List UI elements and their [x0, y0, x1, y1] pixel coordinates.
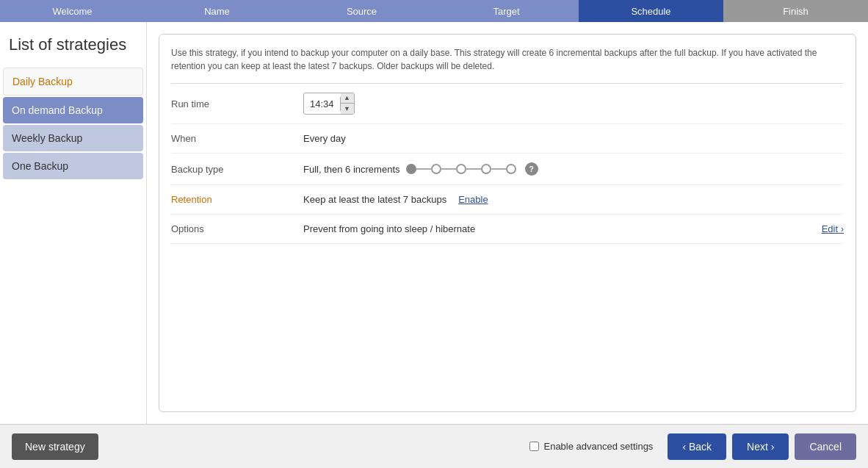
tab-finish[interactable]: Finish — [723, 0, 868, 22]
backup-dots — [406, 164, 516, 174]
time-spinner: 14:34 ▲ ▼ — [303, 93, 355, 115]
sidebar-title: List of strategies — [0, 29, 146, 66]
time-display: 14:34 — [304, 97, 341, 111]
edit-link[interactable]: Edit › — [822, 223, 844, 234]
tab-source[interactable]: Source — [289, 0, 434, 22]
dot-line-2 — [441, 168, 456, 170]
dot-5 — [506, 164, 516, 174]
dot-line-3 — [466, 168, 481, 170]
dot-4 — [481, 164, 491, 174]
enable-link[interactable]: Enable — [458, 194, 488, 205]
run-time-row: Run time 14:34 ▲ ▼ — [171, 84, 844, 124]
footer: New strategy Enable advanced settings ‹ … — [0, 424, 868, 468]
options-value: Prevent from going into sleep / hibernat… — [303, 223, 844, 234]
cancel-button[interactable]: Cancel — [795, 433, 856, 460]
help-icon[interactable]: ? — [525, 162, 538, 176]
run-time-label: Run time — [171, 98, 303, 109]
dot-1 — [406, 164, 416, 174]
advanced-settings-checkbox[interactable] — [529, 442, 539, 451]
spinner-up[interactable]: ▲ — [341, 93, 354, 104]
when-label: When — [171, 133, 303, 144]
next-button[interactable]: Next › — [732, 433, 789, 460]
advanced-settings-label[interactable]: Enable advanced settings — [543, 441, 653, 452]
spinner-buttons: ▲ ▼ — [341, 93, 354, 114]
run-time-value: 14:34 ▲ ▼ — [303, 93, 844, 115]
sidebar: List of strategies Daily Backup On deman… — [0, 22, 147, 424]
footer-left: New strategy — [12, 433, 98, 460]
backup-type-row: Backup type Full, then 6 increments — [171, 154, 844, 185]
strategy-daily[interactable]: Daily Backup — [3, 68, 143, 96]
options-label: Options — [171, 223, 303, 234]
dot-line-1 — [416, 168, 431, 170]
content-panel: Use this strategy, if you intend to back… — [147, 22, 868, 424]
when-row: When Every day — [171, 124, 844, 154]
dot-2 — [431, 164, 441, 174]
dot-line-4 — [491, 168, 506, 170]
back-button[interactable]: ‹ Back — [668, 433, 726, 460]
strategy-box: Use this strategy, if you intend to back… — [159, 34, 856, 412]
tab-target[interactable]: Target — [434, 0, 579, 22]
when-value: Every day — [303, 133, 844, 144]
dot-3 — [456, 164, 466, 174]
advanced-settings-checkbox-container: Enable advanced settings — [529, 441, 653, 452]
footer-right: Enable advanced settings ‹ Back Next › C… — [529, 433, 856, 460]
wizard-tabs: Welcome Name Source Target Schedule Fini… — [0, 0, 868, 22]
strategy-description: Use this strategy, if you intend to back… — [171, 46, 844, 84]
strategy-ondemand[interactable]: On demand Backup — [3, 97, 143, 123]
tab-welcome[interactable]: Welcome — [0, 0, 145, 22]
options-row: Options Prevent from going into sleep / … — [171, 215, 844, 244]
retention-row: Retention Keep at least the latest 7 bac… — [171, 185, 844, 215]
spinner-down[interactable]: ▼ — [341, 104, 354, 114]
tab-name[interactable]: Name — [145, 0, 289, 22]
strategy-weekly[interactable]: Weekly Backup — [3, 125, 143, 151]
main-area: List of strategies Daily Backup On deman… — [0, 22, 868, 424]
retention-label: Retention — [171, 194, 303, 205]
strategy-one[interactable]: One Backup — [3, 153, 143, 179]
new-strategy-button[interactable]: New strategy — [12, 433, 98, 460]
backup-type-value: Full, then 6 increments ? — [303, 162, 844, 176]
backup-type-label: Backup type — [171, 164, 303, 175]
retention-value: Keep at least the latest 7 backups Enabl… — [303, 194, 844, 205]
tab-schedule[interactable]: Schedule — [579, 0, 723, 22]
